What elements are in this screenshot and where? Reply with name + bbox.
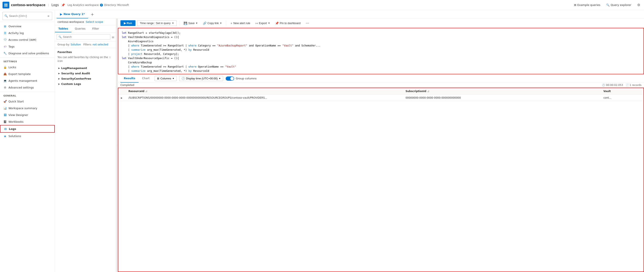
- results-area: ResourceId ⊿ SubscriptionId ⊿: [118, 88, 644, 272]
- query-toolbar: ▶ Run Time range : Set in query ▼ 💾 Save…: [118, 18, 644, 28]
- security-audit-arrow-icon: ▶: [58, 72, 60, 74]
- tags-icon: 🏷: [4, 45, 7, 48]
- view-designer-icon: 🖼: [4, 113, 7, 117]
- execution-time-value: 00:00:02.053: [606, 84, 623, 87]
- advanced-settings-icon: ⚙: [4, 86, 7, 89]
- example-queries-button[interactable]: ⊞ Example queries: [573, 2, 602, 7]
- group-columns-toggle[interactable]: [226, 76, 234, 81]
- sidebar-item-export-template-label: Export template: [8, 72, 31, 76]
- columns-button[interactable]: ⊞ Columns ▼: [155, 76, 177, 81]
- tree-item-security-audit[interactable]: ▶ Security and Audit: [58, 71, 114, 76]
- sidebar-item-diagnose[interactable]: 🔧 Diagnose and solve problems: [0, 50, 55, 57]
- time-display-button[interactable]: 🕐 Display time (UTC+00:00) ▼: [179, 76, 223, 81]
- group-columns-toggle-container: Group columns: [226, 76, 256, 81]
- sidebar-item-export-template[interactable]: 📤 Export template: [0, 70, 55, 77]
- export-button[interactable]: ↦ Export ▼: [254, 20, 272, 26]
- title-separator: |: [48, 3, 49, 6]
- columns-label: Columns: [160, 77, 171, 80]
- sidebar-item-view-designer[interactable]: 🖼 View Designer: [0, 111, 55, 118]
- tables-search-icon: 🔍: [58, 35, 62, 38]
- col-header-vault[interactable]: Vault: [601, 88, 644, 95]
- left-tab-filter[interactable]: Filter: [89, 25, 102, 32]
- left-tab-queries[interactable]: Queries: [72, 25, 89, 32]
- sidebar-search-box[interactable]: 🔍 «: [2, 12, 52, 20]
- sidebar-item-solutions[interactable]: ◈ Solutions: [0, 133, 55, 139]
- tables-search-box[interactable]: 🔍: [56, 34, 110, 39]
- sidebar: 🔍 « ⊞ Overview ☰ Activity log 🛡 Access c…: [0, 10, 55, 272]
- tree-item-logmanagement[interactable]: ▶ LogManagement: [58, 65, 114, 71]
- new-alert-rule-button[interactable]: + New alert rule: [229, 20, 252, 26]
- tables-search-input[interactable]: [63, 35, 108, 38]
- results-tab-chart[interactable]: Chart: [138, 74, 153, 83]
- tree-item-custom-logs-label: Custom Logs: [61, 82, 81, 85]
- sidebar-item-access-control[interactable]: 🛡 Access control (IAM): [0, 36, 55, 43]
- results-tab-results[interactable]: Results: [120, 74, 138, 83]
- pin-dashboard-button[interactable]: 📌 Pin to dashboard: [274, 20, 302, 26]
- tree-item-security-center-free[interactable]: ▶ SecurityCenterFree: [58, 76, 114, 81]
- group-by-value[interactable]: Solution: [70, 43, 81, 46]
- search-icon: 🔍: [4, 14, 8, 17]
- status-right: 🕐 00:00:02.053 📄 1 records: [602, 84, 642, 87]
- sidebar-item-workspace-summary[interactable]: 📊 Workspace summary: [0, 105, 55, 111]
- top-bar: contoso-workspace | Logs 📌 Log Analytics…: [0, 0, 644, 10]
- time-range-button[interactable]: Time range : Set in query ▼: [137, 20, 177, 26]
- tree-section: ▶ LogManagement ▶ Security and Audit ▶ S…: [58, 65, 114, 87]
- sidebar-item-logs[interactable]: ⊟ Logs: [0, 125, 55, 133]
- general-divider: [0, 92, 55, 92]
- col-header-resourceid[interactable]: ResourceId ⊿: [126, 88, 403, 95]
- export-dropdown-icon: ▼: [268, 22, 270, 24]
- pin-icon[interactable]: 📌: [61, 3, 65, 7]
- kw-let-2: let: [122, 35, 126, 39]
- filter-icon[interactable]: ⚌: [112, 35, 114, 39]
- logo-area: contoso-workspace | Logs 📌: [2, 2, 65, 8]
- save-button[interactable]: 💾 Save ▼: [182, 20, 200, 26]
- settings-section-label: Settings: [0, 58, 55, 64]
- subscriptionid-filter-icon[interactable]: ⊿: [427, 90, 429, 93]
- col-header-subscriptionid[interactable]: SubscriptionId ⊿: [403, 88, 601, 95]
- top-bar-subtitle-row: Log Analytics workspace i Directory: Mic…: [68, 3, 129, 6]
- sidebar-item-solutions-label: Solutions: [8, 135, 21, 138]
- row-expand-icon[interactable]: ▶: [121, 97, 122, 99]
- sidebar-item-agents-management[interactable]: 💻 Agents management: [0, 77, 55, 84]
- resize-handle[interactable]: ⋮: [116, 18, 118, 272]
- quick-start-icon: 🚀: [4, 100, 7, 103]
- vault-col-label: Vault: [604, 90, 611, 93]
- collapse-sidebar-button[interactable]: «: [46, 13, 50, 19]
- directory-label: Directory: Microsoft: [104, 3, 129, 6]
- filters-value[interactable]: not selected: [92, 43, 108, 46]
- sidebar-item-quick-start[interactable]: 🚀 Quick Start: [0, 98, 55, 105]
- resourceid-filter-icon[interactable]: ⊿: [145, 90, 147, 93]
- sidebar-item-locks[interactable]: 🔒 Locks: [0, 64, 55, 70]
- logs-icon: ⊟: [4, 127, 7, 131]
- left-tab-tables[interactable]: Tables: [55, 25, 72, 32]
- query-line-1: let RangeStart = startofday(ago(3d));: [122, 31, 640, 35]
- sidebar-item-workbooks[interactable]: 📓 Workbooks: [0, 118, 55, 125]
- run-button[interactable]: ▶ Run: [120, 20, 136, 26]
- info-icon[interactable]: i: [100, 3, 103, 6]
- search-input[interactable]: [9, 14, 45, 17]
- query-explorer-button[interactable]: 🔍 Query explorer: [605, 2, 632, 7]
- tree-item-custom-logs[interactable]: ▶ Custom Logs: [58, 81, 114, 87]
- sidebar-item-quick-start-label: Quick Start: [8, 100, 24, 103]
- query-line-6: | project ResourceId, Category};: [122, 52, 640, 56]
- favorites-empty-text: You can add favorites by clicking on the…: [58, 55, 114, 63]
- sidebar-item-tags[interactable]: 🏷 Tags: [0, 43, 55, 50]
- resourceid-col-label: ResourceId: [128, 90, 144, 93]
- sidebar-item-overview[interactable]: ⊞ Overview: [0, 23, 55, 29]
- settings-button[interactable]: ⚙: [636, 2, 642, 8]
- query-tab-new-query[interactable]: ▶ New Query 1*: [56, 10, 88, 18]
- row-vault-cell: cont...: [601, 95, 644, 101]
- diagnose-icon: 🔧: [4, 51, 7, 55]
- more-options-button[interactable]: ···: [304, 20, 311, 26]
- row-expand-cell[interactable]: ▶: [118, 95, 126, 101]
- copy-link-button[interactable]: 🔗 Copy link ▼: [201, 20, 224, 26]
- select-scope-link[interactable]: Select scope: [86, 20, 103, 23]
- example-queries-icon: ⊞: [574, 3, 576, 6]
- sidebar-item-activity-log[interactable]: ☰ Activity log: [0, 29, 55, 36]
- query-editor[interactable]: let RangeStart = startofday(ago(3d)); le…: [118, 28, 644, 74]
- query-line-9: | where TimeGenerated >= RangeStart | wh…: [122, 65, 640, 69]
- add-tab-button[interactable]: +: [88, 12, 96, 16]
- col-header-expand: [118, 88, 126, 95]
- favorites-title: Favorites: [58, 50, 114, 54]
- sidebar-item-advanced-settings[interactable]: ⚙ Advanced settings: [0, 84, 55, 91]
